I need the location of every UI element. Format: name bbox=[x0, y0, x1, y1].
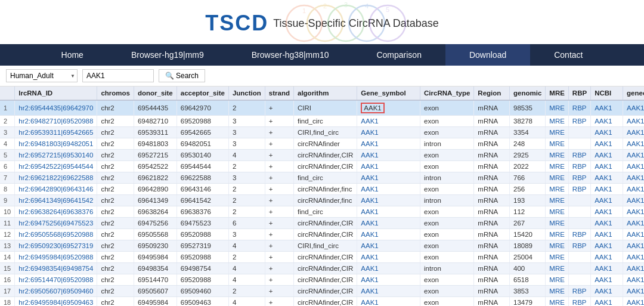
cell-strand: + bbox=[265, 184, 293, 195]
col-header-algorithm: algorithm bbox=[294, 86, 357, 100]
cell-strand: + bbox=[265, 286, 293, 297]
genecards-link: AAK1 bbox=[623, 150, 644, 161]
table-row: 6hr2:69542522|69544544chr269542522695445… bbox=[0, 161, 644, 172]
species-dropdown[interactable]: Human_AdultHuman_FetalMouse_AdultMouse_F… bbox=[6, 69, 78, 82]
row-number: 8 bbox=[0, 184, 15, 195]
cell-strand: + bbox=[265, 252, 293, 263]
cell-chromos: chr2 bbox=[97, 100, 134, 116]
cell-chromos: chr2 bbox=[97, 240, 134, 252]
search-button[interactable]: 🔍 Search bbox=[159, 69, 205, 82]
col-header-genomic: genomic bbox=[510, 86, 546, 100]
col-header-CircRNA_type: CircRNA_type bbox=[420, 86, 474, 100]
cell-algorithm: circRNAfinder,CIR bbox=[294, 286, 357, 297]
circrna-id: hr2:69481803|69482051 bbox=[15, 138, 97, 150]
gene-symbol: AAK1 bbox=[357, 172, 420, 184]
genecards-link: AAK1 bbox=[623, 274, 644, 286]
cell-genomic: 38278 bbox=[510, 116, 546, 127]
mre-link: MRE bbox=[546, 195, 569, 206]
cell-strand: + bbox=[265, 206, 293, 218]
cell-donor_site: 69527215 bbox=[134, 150, 177, 161]
table-row: 17hr2:69505607|69509460chr26950560769509… bbox=[0, 286, 644, 297]
cell-Junction: 2 bbox=[228, 195, 265, 206]
cell-strand: + bbox=[265, 138, 293, 150]
circrna-id: hr2:69641349|69641542 bbox=[15, 195, 97, 206]
cell-Junction: 6 bbox=[228, 218, 265, 229]
cell-donor_site: 69641349 bbox=[134, 195, 177, 206]
cell-Junction: 4 bbox=[228, 240, 265, 252]
cell-Region: mRNA bbox=[474, 240, 510, 252]
cell-Junction: 4 bbox=[228, 150, 265, 161]
nav-item-browser-hg38[interactable]: Browser-hg38|mm10 bbox=[228, 44, 353, 66]
cell-strand: + bbox=[265, 263, 293, 274]
ncbi-link: AAK1 bbox=[591, 161, 623, 172]
mre-link: MRE bbox=[546, 274, 569, 286]
cell-CircRNA_type: exon bbox=[420, 252, 474, 263]
toolbar: Human_AdultHuman_FetalMouse_AdultMouse_F… bbox=[0, 66, 644, 86]
cell-Region: mRNA bbox=[474, 195, 510, 206]
genecards-link: AAK1 bbox=[623, 116, 644, 127]
search-input[interactable] bbox=[82, 69, 154, 82]
cell-strand: + bbox=[265, 150, 293, 161]
cell-acceptor_site: 69520988 bbox=[177, 116, 228, 127]
mre-link: MRE bbox=[546, 138, 569, 150]
cell-Junction: 2 bbox=[228, 184, 265, 195]
table-row: 7hr2:69621822|69622588chr269621822696225… bbox=[0, 172, 644, 184]
nav-item-comparison[interactable]: Comparison bbox=[352, 44, 445, 66]
circrna-id: hr2:69475256|69475523 bbox=[15, 218, 97, 229]
cell-algorithm: find_circ bbox=[294, 116, 357, 127]
cell-strand: + bbox=[265, 218, 293, 229]
svg-text:1: 1 bbox=[302, 7, 306, 14]
col-header-RBP: RBP bbox=[568, 86, 590, 100]
cell-algorithm: circRNAfinder,CIR bbox=[294, 229, 357, 240]
cell-CircRNA_type: exon bbox=[420, 184, 474, 195]
cell-genomic: 2925 bbox=[510, 150, 546, 161]
nav-item-contact[interactable]: Contact bbox=[530, 44, 606, 66]
gene-symbol: AAK1 bbox=[357, 116, 420, 127]
svg-text:2: 2 bbox=[323, 2, 327, 10]
cell-donor_site: 69638264 bbox=[134, 206, 177, 218]
cell-acceptor_site: 69520988 bbox=[177, 274, 228, 286]
table-row: 11hr2:69475256|69475523chr26947525669475… bbox=[0, 218, 644, 229]
cell-Junction: 3 bbox=[228, 172, 265, 184]
cell-algorithm: CIRI,find_circ bbox=[294, 240, 357, 252]
gene-symbol: AAK1 bbox=[357, 195, 420, 206]
row-number: 13 bbox=[0, 240, 15, 252]
table-row: 10hr2:69638264|69638376chr26963826469638… bbox=[0, 206, 644, 218]
genecards-link: AAK1 bbox=[623, 263, 644, 274]
cell-acceptor_site: 69509463 bbox=[177, 297, 228, 307]
table-row: 9hr2:69641349|69641542chr269641349696415… bbox=[0, 195, 644, 206]
cell-Region: mRNA bbox=[474, 297, 510, 307]
cell-RBP bbox=[568, 274, 590, 286]
col-header-donor_site: donor_site bbox=[134, 86, 177, 100]
cell-genomic: 400 bbox=[510, 263, 546, 274]
mre-link: MRE bbox=[546, 116, 569, 127]
nav-item-home[interactable]: Home bbox=[38, 44, 107, 66]
circrna-id: hr2:69482710|69520988 bbox=[15, 116, 97, 127]
cell-CircRNA_type: intron bbox=[420, 172, 474, 184]
table-row: 16hr2:69514470|69520988chr26951447069520… bbox=[0, 274, 644, 286]
cell-genomic: 18089 bbox=[510, 240, 546, 252]
row-number: 12 bbox=[0, 229, 15, 240]
table-row: 13hr2:69509230|69527319chr26950923069527… bbox=[0, 240, 644, 252]
cell-algorithm: find_circ bbox=[294, 206, 357, 218]
cell-donor_site: 69621822 bbox=[134, 172, 177, 184]
row-number: 11 bbox=[0, 218, 15, 229]
cell-Junction: 3 bbox=[228, 127, 265, 138]
row-number: 5 bbox=[0, 150, 15, 161]
nav-item-download[interactable]: Download bbox=[445, 44, 530, 66]
genecards-link: AAK1 bbox=[623, 100, 644, 116]
table-row: 15hr2:69498354|69498754chr26949835469498… bbox=[0, 263, 644, 274]
row-number: 15 bbox=[0, 263, 15, 274]
cell-strand: + bbox=[265, 240, 293, 252]
circrna-id: hr2:69514470|69520988 bbox=[15, 274, 97, 286]
nav-item-browser-hg19[interactable]: Browser-hg19|mm9 bbox=[107, 44, 228, 66]
cell-CircRNA_type: intron bbox=[420, 263, 474, 274]
table-container: lrcRNA_IDchromosdonor_siteacceptor_siteJ… bbox=[0, 86, 644, 306]
mre-link: MRE bbox=[546, 263, 569, 274]
cell-algorithm: circRNAfinder,CIR bbox=[294, 297, 357, 307]
cell-algorithm: circRNAfinder,finc bbox=[294, 184, 357, 195]
cell-RBP bbox=[568, 195, 590, 206]
cell-acceptor_site: 69520988 bbox=[177, 252, 228, 263]
genecards-link: AAK1 bbox=[623, 240, 644, 252]
row-number: 6 bbox=[0, 161, 15, 172]
